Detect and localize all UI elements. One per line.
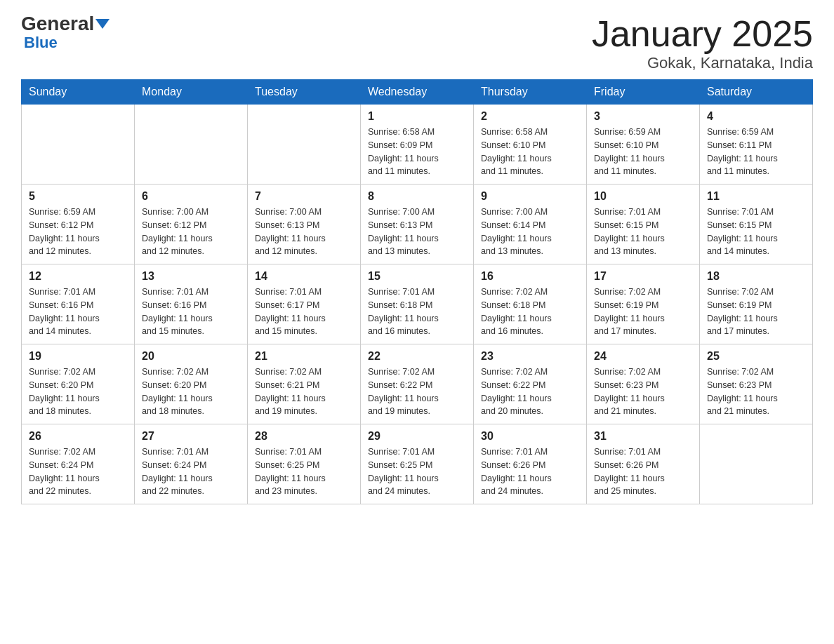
- day-number: 21: [255, 350, 353, 363]
- table-row: 26Sunrise: 7:02 AM Sunset: 6:24 PM Dayli…: [22, 424, 135, 504]
- day-info: Sunrise: 7:02 AM Sunset: 6:23 PM Dayligh…: [707, 365, 805, 418]
- table-row: 3Sunrise: 6:59 AM Sunset: 6:10 PM Daylig…: [587, 105, 700, 185]
- day-info: Sunrise: 7:02 AM Sunset: 6:23 PM Dayligh…: [594, 365, 692, 418]
- table-row: 12Sunrise: 7:01 AM Sunset: 6:16 PM Dayli…: [22, 264, 135, 344]
- logo-arrow-icon: [95, 19, 110, 29]
- table-row: 24Sunrise: 7:02 AM Sunset: 6:23 PM Dayli…: [587, 344, 700, 424]
- day-number: 16: [481, 270, 579, 283]
- calendar-header-row: Sunday Monday Tuesday Wednesday Thursday…: [22, 80, 813, 105]
- table-row: [248, 105, 361, 185]
- day-number: 2: [481, 110, 579, 123]
- table-row: 28Sunrise: 7:01 AM Sunset: 6:25 PM Dayli…: [248, 424, 361, 504]
- table-row: 21Sunrise: 7:02 AM Sunset: 6:21 PM Dayli…: [248, 344, 361, 424]
- calendar-week-row: 12Sunrise: 7:01 AM Sunset: 6:16 PM Dayli…: [22, 264, 813, 344]
- day-info: Sunrise: 7:00 AM Sunset: 6:13 PM Dayligh…: [255, 206, 353, 258]
- table-row: 20Sunrise: 7:02 AM Sunset: 6:20 PM Dayli…: [135, 344, 248, 424]
- logo: General Blue: [21, 14, 110, 52]
- day-info: Sunrise: 7:00 AM Sunset: 6:13 PM Dayligh…: [368, 206, 466, 258]
- table-row: 9Sunrise: 7:00 AM Sunset: 6:14 PM Daylig…: [474, 185, 587, 264]
- day-number: 15: [368, 270, 466, 283]
- day-number: 17: [594, 270, 692, 283]
- day-info: Sunrise: 7:02 AM Sunset: 6:24 PM Dayligh…: [29, 445, 127, 498]
- day-info: Sunrise: 7:01 AM Sunset: 6:15 PM Dayligh…: [594, 206, 692, 258]
- col-header-friday: Friday: [587, 80, 700, 105]
- day-info: Sunrise: 7:02 AM Sunset: 6:22 PM Dayligh…: [368, 365, 466, 418]
- day-info: Sunrise: 7:00 AM Sunset: 6:12 PM Dayligh…: [142, 206, 240, 258]
- calendar-week-row: 19Sunrise: 7:02 AM Sunset: 6:20 PM Dayli…: [22, 344, 813, 424]
- day-info: Sunrise: 7:01 AM Sunset: 6:16 PM Dayligh…: [142, 286, 240, 338]
- page-header: General Blue January 2025 Gokak, Karnata…: [21, 14, 813, 72]
- table-row: 18Sunrise: 7:02 AM Sunset: 6:19 PM Dayli…: [700, 264, 813, 344]
- col-header-wednesday: Wednesday: [361, 80, 474, 105]
- day-info: Sunrise: 7:01 AM Sunset: 6:26 PM Dayligh…: [481, 445, 579, 498]
- day-number: 18: [707, 270, 805, 283]
- title-block: January 2025 Gokak, Karnataka, India: [592, 14, 813, 72]
- day-info: Sunrise: 7:01 AM Sunset: 6:25 PM Dayligh…: [255, 445, 353, 498]
- table-row: 14Sunrise: 7:01 AM Sunset: 6:17 PM Dayli…: [248, 264, 361, 344]
- col-header-sunday: Sunday: [22, 80, 135, 105]
- col-header-thursday: Thursday: [474, 80, 587, 105]
- day-info: Sunrise: 7:02 AM Sunset: 6:19 PM Dayligh…: [594, 286, 692, 338]
- day-info: Sunrise: 7:00 AM Sunset: 6:14 PM Dayligh…: [481, 206, 579, 258]
- table-row: [22, 105, 135, 185]
- day-info: Sunrise: 7:01 AM Sunset: 6:16 PM Dayligh…: [29, 286, 127, 338]
- day-number: 20: [142, 350, 240, 363]
- day-info: Sunrise: 7:01 AM Sunset: 6:15 PM Dayligh…: [707, 206, 805, 258]
- table-row: 15Sunrise: 7:01 AM Sunset: 6:18 PM Dayli…: [361, 264, 474, 344]
- day-number: 25: [707, 350, 805, 363]
- day-info: Sunrise: 7:02 AM Sunset: 6:21 PM Dayligh…: [255, 365, 353, 418]
- table-row: 25Sunrise: 7:02 AM Sunset: 6:23 PM Dayli…: [700, 344, 813, 424]
- table-row: 5Sunrise: 6:59 AM Sunset: 6:12 PM Daylig…: [22, 185, 135, 264]
- calendar-table: Sunday Monday Tuesday Wednesday Thursday…: [21, 79, 813, 504]
- table-row: 6Sunrise: 7:00 AM Sunset: 6:12 PM Daylig…: [135, 185, 248, 264]
- day-info: Sunrise: 7:01 AM Sunset: 6:17 PM Dayligh…: [255, 286, 353, 338]
- calendar-week-row: 26Sunrise: 7:02 AM Sunset: 6:24 PM Dayli…: [22, 424, 813, 504]
- day-number: 5: [29, 190, 127, 203]
- day-number: 27: [142, 430, 240, 443]
- day-number: 9: [481, 190, 579, 203]
- day-info: Sunrise: 7:02 AM Sunset: 6:20 PM Dayligh…: [142, 365, 240, 418]
- day-number: 22: [368, 350, 466, 363]
- table-row: 2Sunrise: 6:58 AM Sunset: 6:10 PM Daylig…: [474, 105, 587, 185]
- day-info: Sunrise: 7:01 AM Sunset: 6:25 PM Dayligh…: [368, 445, 466, 498]
- day-number: 7: [255, 190, 353, 203]
- day-number: 8: [368, 190, 466, 203]
- day-info: Sunrise: 7:02 AM Sunset: 6:19 PM Dayligh…: [707, 286, 805, 338]
- table-row: 16Sunrise: 7:02 AM Sunset: 6:18 PM Dayli…: [474, 264, 587, 344]
- day-number: 14: [255, 270, 353, 283]
- day-info: Sunrise: 7:02 AM Sunset: 6:18 PM Dayligh…: [481, 286, 579, 338]
- day-info: Sunrise: 7:01 AM Sunset: 6:18 PM Dayligh…: [368, 286, 466, 338]
- day-info: Sunrise: 7:02 AM Sunset: 6:22 PM Dayligh…: [481, 365, 579, 418]
- day-number: 30: [481, 430, 579, 443]
- day-number: 24: [594, 350, 692, 363]
- table-row: [700, 424, 813, 504]
- day-info: Sunrise: 7:01 AM Sunset: 6:24 PM Dayligh…: [142, 445, 240, 498]
- day-number: 13: [142, 270, 240, 283]
- calendar-week-row: 1Sunrise: 6:58 AM Sunset: 6:09 PM Daylig…: [22, 105, 813, 185]
- table-row: 7Sunrise: 7:00 AM Sunset: 6:13 PM Daylig…: [248, 185, 361, 264]
- day-info: Sunrise: 6:58 AM Sunset: 6:09 PM Dayligh…: [368, 126, 466, 178]
- day-info: Sunrise: 6:59 AM Sunset: 6:11 PM Dayligh…: [707, 126, 805, 178]
- table-row: [135, 105, 248, 185]
- table-row: 8Sunrise: 7:00 AM Sunset: 6:13 PM Daylig…: [361, 185, 474, 264]
- day-number: 11: [707, 190, 805, 203]
- table-row: 4Sunrise: 6:59 AM Sunset: 6:11 PM Daylig…: [700, 105, 813, 185]
- day-number: 29: [368, 430, 466, 443]
- day-number: 28: [255, 430, 353, 443]
- day-number: 31: [594, 430, 692, 443]
- day-info: Sunrise: 6:59 AM Sunset: 6:10 PM Dayligh…: [594, 126, 692, 178]
- day-info: Sunrise: 6:59 AM Sunset: 6:12 PM Dayligh…: [29, 206, 127, 258]
- calendar-title: January 2025: [592, 14, 813, 54]
- table-row: 27Sunrise: 7:01 AM Sunset: 6:24 PM Dayli…: [135, 424, 248, 504]
- day-number: 1: [368, 110, 466, 123]
- day-number: 26: [29, 430, 127, 443]
- calendar-week-row: 5Sunrise: 6:59 AM Sunset: 6:12 PM Daylig…: [22, 185, 813, 264]
- table-row: 1Sunrise: 6:58 AM Sunset: 6:09 PM Daylig…: [361, 105, 474, 185]
- table-row: 17Sunrise: 7:02 AM Sunset: 6:19 PM Dayli…: [587, 264, 700, 344]
- col-header-tuesday: Tuesday: [248, 80, 361, 105]
- table-row: 22Sunrise: 7:02 AM Sunset: 6:22 PM Dayli…: [361, 344, 474, 424]
- table-row: 23Sunrise: 7:02 AM Sunset: 6:22 PM Dayli…: [474, 344, 587, 424]
- table-row: 19Sunrise: 7:02 AM Sunset: 6:20 PM Dayli…: [22, 344, 135, 424]
- table-row: 10Sunrise: 7:01 AM Sunset: 6:15 PM Dayli…: [587, 185, 700, 264]
- day-info: Sunrise: 6:58 AM Sunset: 6:10 PM Dayligh…: [481, 126, 579, 178]
